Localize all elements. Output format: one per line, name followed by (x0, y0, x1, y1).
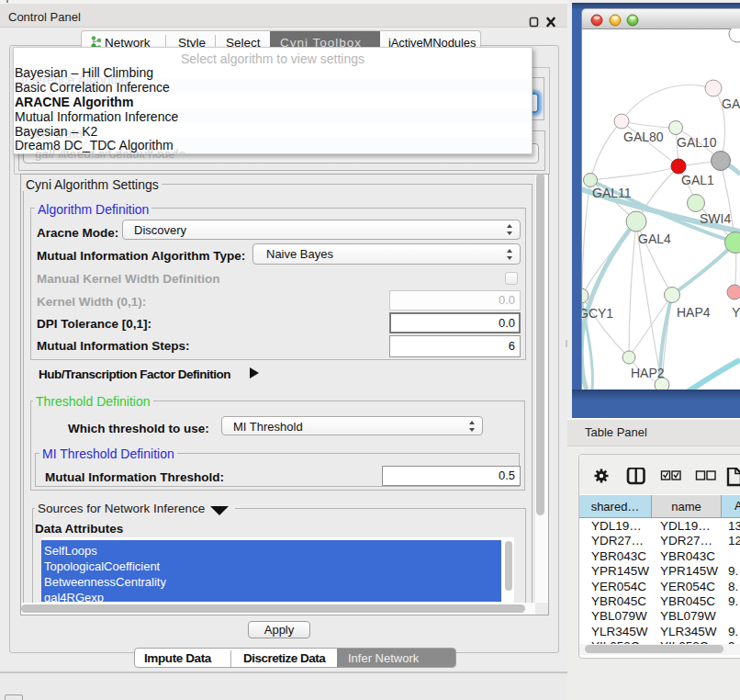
svg-text:SWI4: SWI4 (700, 211, 731, 226)
svg-text:Y: Y (732, 305, 740, 320)
svg-text:GAL80: GAL80 (623, 130, 664, 144)
svg-text:GAL10: GAL10 (677, 135, 717, 150)
svg-text:HAP4: HAP4 (677, 305, 711, 320)
svg-text:GAL: GAL (722, 96, 740, 111)
svg-text:GAL11: GAL11 (592, 186, 632, 200)
svg-text:GAL4: GAL4 (638, 231, 671, 246)
svg-text:GCY1: GCY1 (582, 306, 613, 321)
svg-text:GAL1: GAL1 (681, 173, 714, 187)
svg-text:HAP2: HAP2 (631, 366, 665, 380)
